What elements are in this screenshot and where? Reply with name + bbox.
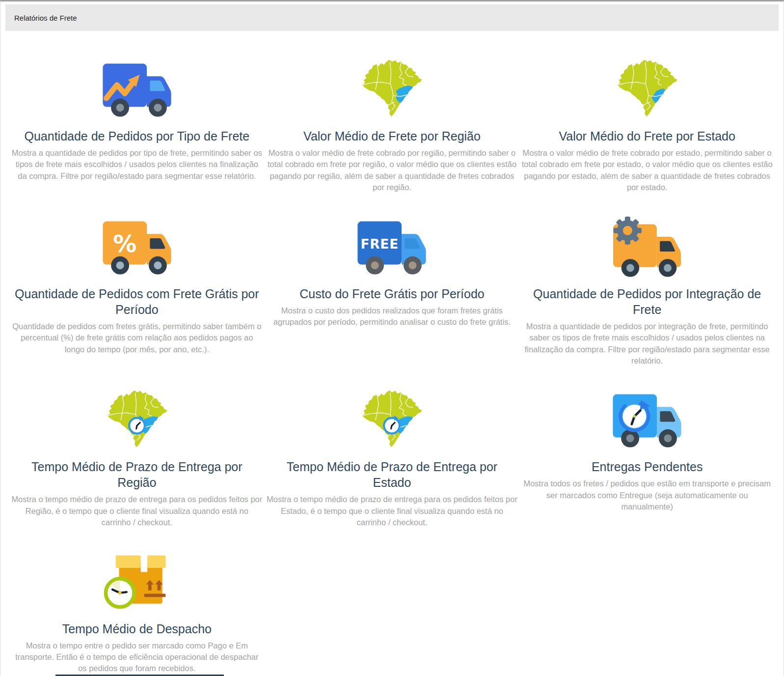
- truck-chart-icon: [96, 59, 178, 118]
- card-icon-wrap: [606, 211, 688, 281]
- card-icon-wrap: [613, 54, 681, 123]
- report-card-orders-by-freight-integration[interactable]: Quantidade de Pedidos por Integração de …: [519, 211, 775, 367]
- report-description: Mostra o tempo entre o pedido ser marcad…: [11, 640, 263, 675]
- report-description: Mostra a quantidade de pedidos por integ…: [521, 321, 773, 367]
- card-icon-wrap: [96, 54, 178, 123]
- truck-percent-icon: %: [96, 217, 178, 276]
- report-card-avg-freight-by-state[interactable]: Valor Médio do Frete por Estado Mostra o…: [519, 54, 775, 194]
- report-title-link[interactable]: Quantidade de Pedidos com Frete Grátis p…: [13, 286, 261, 317]
- report-card-orders-by-freight-type[interactable]: Quantidade de Pedidos por Tipo de Frete …: [9, 54, 265, 194]
- page-header: Relatórios de Frete: [5, 4, 779, 31]
- report-title-link[interactable]: Valor Médio de Frete por Região: [303, 128, 481, 144]
- report-card-avg-delivery-time-state[interactable]: Tempo Médio de Prazo de Entrega por Esta…: [265, 384, 520, 528]
- card-icon-wrap: [606, 384, 688, 454]
- card-icon-wrap: [103, 384, 171, 454]
- truck-gear-icon: [606, 214, 688, 278]
- card-icon-wrap: %: [96, 211, 178, 281]
- freight-reports-page: Relatórios de Frete Quantidade de Pedido…: [0, 0, 784, 676]
- report-title-link[interactable]: Tempo Médio de Despacho: [62, 621, 212, 637]
- report-card-free-shipping-cost[interactable]: FREE Custo do Frete Grátis por Período M…: [265, 211, 520, 367]
- card-icon-wrap: [358, 384, 426, 454]
- brazil-map-clock-icon: [358, 388, 426, 451]
- report-title-link[interactable]: Entregas Pendentes: [592, 459, 703, 475]
- report-description: Mostra todos os fretes / pedidos que est…: [521, 478, 773, 512]
- report-card-pending-deliveries[interactable]: Entregas Pendentes Mostra todos os frete…: [519, 384, 775, 528]
- report-description: Mostra o tempo médio de prazo de entrega…: [266, 494, 517, 528]
- report-card-avg-delivery-time-region[interactable]: Tempo Médio de Prazo de Entrega por Regi…: [9, 384, 265, 528]
- truck-free-icon: FREE: [351, 217, 433, 276]
- report-description: Quantidade de pedidos com fretes grátis,…: [11, 321, 263, 355]
- report-title-link[interactable]: Custo do Frete Grátis por Período: [299, 286, 485, 302]
- card-icon-wrap: [358, 54, 426, 123]
- report-description: Mostra o custo dos pedidos realizados qu…: [266, 305, 517, 328]
- report-title-link[interactable]: Quantidade de Pedidos por Integração de …: [523, 286, 771, 317]
- report-card-avg-dispatch-time[interactable]: Tempo Médio de Despacho Mostra o tempo e…: [9, 546, 265, 675]
- report-title-link[interactable]: Quantidade de Pedidos por Tipo de Frete: [25, 128, 250, 144]
- card-icon-wrap: FREE: [351, 211, 433, 281]
- report-card-avg-freight-by-region[interactable]: Valor Médio de Frete por Região Mostra o…: [265, 54, 520, 194]
- report-description: Mostra o valor médio de frete cobrado po…: [266, 147, 517, 194]
- report-description: Mostra a quantidade de pedidos por tipo …: [11, 147, 263, 182]
- report-title-link[interactable]: Valor Médio do Frete por Estado: [559, 128, 735, 144]
- report-title-link[interactable]: Tempo Médio de Prazo de Entrega por Esta…: [268, 459, 516, 490]
- report-title-link[interactable]: Tempo Médio de Prazo de Entrega por Regi…: [13, 459, 261, 490]
- page-title: Relatórios de Frete: [14, 14, 77, 22]
- report-description: Mostra o tempo médio de prazo de entrega…: [11, 494, 263, 528]
- box-clock-icon: [93, 548, 181, 615]
- brazil-map-clock-icon: [103, 388, 171, 451]
- report-description: Mostra o valor médio de frete cobrado po…: [521, 147, 773, 194]
- reports-grid: Quantidade de Pedidos por Tipo de Frete …: [0, 31, 784, 676]
- percent-label: %: [113, 230, 136, 257]
- card-icon-wrap: [93, 546, 181, 616]
- brazil-map-region-icon: [358, 57, 426, 120]
- report-card-free-shipping-orders[interactable]: % Quantidade de Pedidos com Frete Grátis…: [9, 211, 265, 367]
- truck-pending-clock-icon: [606, 390, 688, 449]
- brazil-map-state-icon: [613, 57, 681, 120]
- free-label: FREE: [361, 236, 399, 251]
